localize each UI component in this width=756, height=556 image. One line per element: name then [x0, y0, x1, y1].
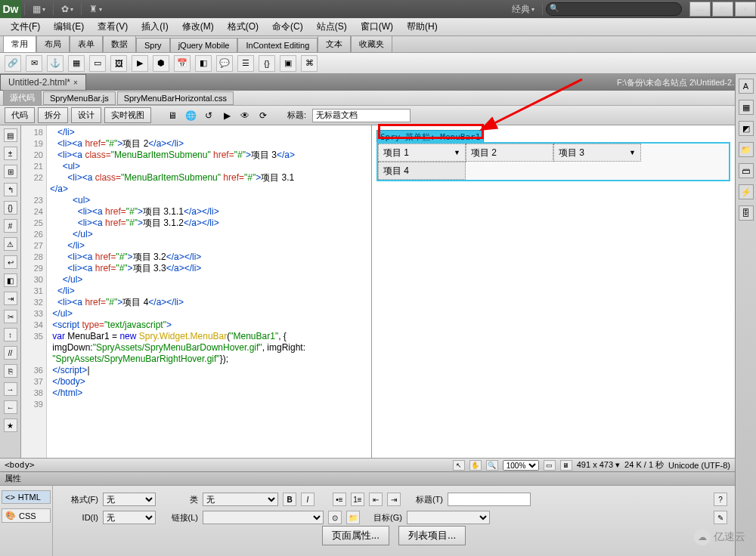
hand-tool-icon[interactable]: ✋	[469, 460, 482, 471]
css-mode-button[interactable]: 🎨 CSS	[2, 508, 51, 523]
outdent-icon[interactable]: ⇤	[369, 493, 383, 506]
insert-tab[interactable]: 常用	[3, 36, 36, 52]
syntax-color-icon[interactable]: ◧	[4, 273, 17, 287]
device-icon[interactable]: 🖥	[560, 460, 572, 471]
workspace-switcher[interactable]: 经典	[507, 2, 539, 16]
recent-snippets-icon[interactable]: ★	[4, 419, 17, 432]
format-code-icon[interactable]: ⎘	[4, 364, 17, 378]
help-search-input[interactable]	[546, 2, 682, 16]
list-item-button[interactable]: 列表项目...	[398, 526, 466, 545]
link-select[interactable]	[203, 511, 324, 524]
quick-tag-icon[interactable]: ✎	[714, 511, 727, 524]
window-size-icon[interactable]: ▭	[544, 460, 556, 471]
menu-item[interactable]: 编辑(E)	[48, 19, 90, 35]
refresh-icon[interactable]: ⟳	[256, 108, 271, 123]
menu-item[interactable]: 文件(F)	[5, 19, 46, 35]
menu-item[interactable]: 窗口(W)	[355, 19, 399, 35]
live-code-icon[interactable]: 🖥	[165, 108, 180, 123]
insert-tab[interactable]: 布局	[36, 36, 70, 52]
zoom-tool-icon[interactable]: 🔍	[486, 460, 498, 471]
maximize-button[interactable]: □	[712, 2, 733, 17]
indent-icon[interactable]: →	[4, 382, 17, 396]
select-tool-icon[interactable]: ↖	[453, 460, 465, 471]
menu-item[interactable]: 格式(O)	[222, 19, 265, 35]
comment-icon[interactable]: 💬	[216, 55, 233, 72]
page-properties-button[interactable]: 页面属性...	[322, 526, 389, 545]
menu-item[interactable]: 插入(I)	[135, 19, 174, 35]
menu-item[interactable]: 修改(M)	[176, 19, 220, 35]
browse-folder-icon[interactable]: 📁	[346, 511, 360, 524]
italic-icon[interactable]: I	[301, 493, 314, 506]
outdent-icon[interactable]: ←	[4, 400, 17, 414]
related-file-chip[interactable]: 源代码	[3, 90, 42, 106]
id-select[interactable]: 无	[103, 511, 156, 524]
menu-item[interactable]: 命令(C)	[266, 19, 309, 35]
snippets-panel-icon[interactable]: ⚡	[739, 184, 754, 199]
menu-item[interactable]: 帮助(H)	[401, 19, 444, 35]
email-link-icon[interactable]: ✉	[26, 55, 42, 72]
ap-elements-panel-icon[interactable]: ▦	[739, 100, 754, 115]
menu-item-3[interactable]: 项目 3▼	[553, 144, 641, 162]
insert-tab[interactable]: 数据	[103, 36, 136, 52]
layout-menu-icon[interactable]: ▦	[28, 2, 50, 16]
select-parent-icon[interactable]: ↰	[4, 183, 17, 196]
move-icon[interactable]: ↕	[4, 328, 17, 341]
comment-icon[interactable]: //	[4, 346, 17, 360]
visual-aids-icon[interactable]: 👁	[237, 108, 253, 123]
image-icon[interactable]: 🖼	[110, 55, 127, 72]
insert-tab[interactable]: Spry	[136, 38, 170, 52]
menu-item-4[interactable]: 项目 4	[378, 162, 466, 180]
files-panel-icon[interactable]: 📁	[739, 142, 754, 157]
line-numbers-icon[interactable]: #	[4, 219, 17, 233]
auto-indent-icon[interactable]: ⇥	[4, 292, 17, 305]
media-icon[interactable]: ▶	[132, 55, 148, 72]
document-title-input[interactable]	[312, 109, 411, 122]
design-view-button[interactable]: 设计	[71, 107, 101, 123]
hyperlink-icon[interactable]: 🔗	[5, 55, 21, 72]
class-select[interactable]: 无	[203, 493, 278, 506]
indent-icon[interactable]: ⇥	[387, 493, 401, 506]
split-view-button[interactable]: 拆分	[38, 107, 68, 123]
code-editor[interactable]: </li> <li><a href="#">项目 2</a></li> <li>…	[47, 125, 372, 458]
menu-item[interactable]: 查看(V)	[91, 19, 134, 35]
css-styles-panel-icon[interactable]: A	[739, 79, 754, 94]
server-debug-icon[interactable]: ▶	[219, 108, 234, 123]
business-catalyst-panel-icon[interactable]: ◩	[739, 121, 754, 136]
close-button[interactable]: ×	[735, 2, 756, 17]
widget-icon[interactable]: ⬢	[153, 55, 169, 72]
related-file-chip[interactable]: SpryMenuBarHorizontal.css	[117, 91, 234, 105]
word-wrap-icon[interactable]: ↩	[4, 255, 17, 269]
balance-braces-icon[interactable]: {}	[4, 201, 17, 215]
tag-selector[interactable]: <body>	[5, 460, 35, 470]
format-select[interactable]: 无	[103, 493, 156, 506]
minimize-button[interactable]: —	[689, 2, 711, 17]
div-icon[interactable]: ▭	[89, 55, 106, 72]
document-tab[interactable]: Untitled-2.html* ×	[0, 74, 86, 91]
spry-menubar-widget[interactable]: 项目 1▼ 项目 2 项目 3▼ 项目 4	[376, 142, 730, 181]
close-icon[interactable]: ×	[73, 79, 78, 87]
extend-menu-icon[interactable]: ✿	[57, 2, 78, 16]
title-attr-input[interactable]	[448, 493, 531, 506]
menu-item[interactable]: 站点(S)	[311, 19, 353, 35]
ul-icon[interactable]: •≡	[333, 493, 346, 506]
assets-panel-icon[interactable]: 🗃	[739, 163, 754, 178]
browser-nav-icon[interactable]: ↺	[201, 108, 216, 123]
html-mode-button[interactable]: <> HTML	[2, 490, 51, 504]
server-include-icon[interactable]: ◧	[195, 55, 212, 72]
menu-item-2[interactable]: 项目 2	[466, 144, 553, 162]
live-view-button[interactable]: 实时视图	[104, 107, 151, 123]
target-select[interactable]	[407, 511, 490, 524]
table-icon[interactable]: ▦	[68, 55, 85, 72]
snippets-icon[interactable]: ✂	[4, 310, 17, 323]
bold-icon[interactable]: B	[283, 493, 296, 506]
head-icon[interactable]: ☰	[237, 55, 254, 72]
inspect-icon[interactable]: 🌐	[183, 108, 198, 123]
insert-tab[interactable]: InContext Editing	[237, 38, 318, 52]
code-view-button[interactable]: 代码	[5, 107, 35, 123]
collapse-icon[interactable]: ±	[4, 147, 17, 160]
templates-icon[interactable]: ▣	[280, 55, 296, 72]
databases-panel-icon[interactable]: 🗄	[739, 205, 754, 221]
open-documents-icon[interactable]: ▤	[4, 128, 17, 142]
insert-tab[interactable]: 收藏夹	[351, 36, 392, 52]
point-to-file-icon[interactable]: ⊙	[328, 511, 342, 524]
